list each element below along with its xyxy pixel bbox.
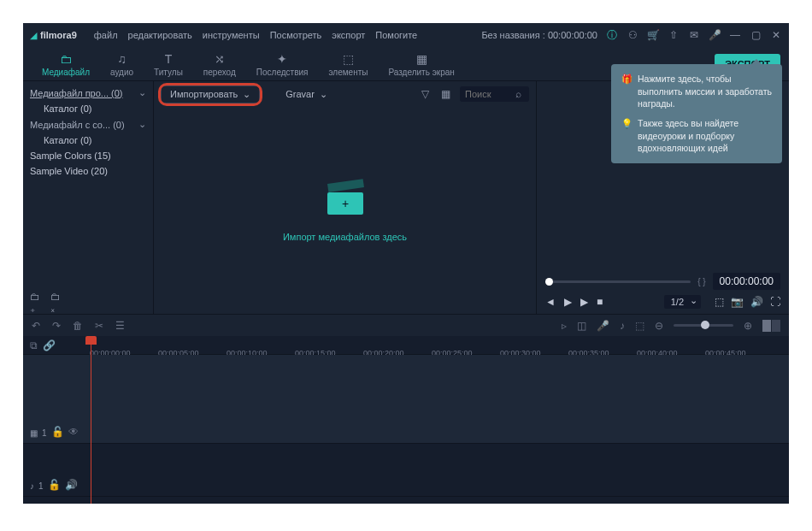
sidebar-item-project[interactable]: Медиафайл про... (0)⌄ [23, 85, 153, 101]
tab-effects[interactable]: ✦Последствия [246, 50, 319, 77]
project-status: Без названия : 00:00:00:00 [481, 30, 597, 40]
audio-track-label: 1 [38, 481, 44, 491]
elements-icon: ⬚ [343, 52, 354, 66]
chevron-down-icon: ⌄ [320, 89, 327, 100]
eye-icon[interactable]: 👁 [68, 426, 79, 438]
scrub-handle[interactable] [545, 278, 553, 286]
speed-dropdown[interactable]: 1/2 [664, 295, 701, 309]
timeline-ruler[interactable]: ⧉ 🔗 00:00:00:00 00:00:05:00 00:00:10:00 … [23, 336, 789, 355]
sidebar-item-shared[interactable]: Медиафайл с со... (0)⌄ [23, 116, 153, 133]
user-icon[interactable]: ⚇ [627, 29, 638, 41]
cart-icon[interactable]: 🛒 [647, 29, 659, 41]
tab-elements[interactable]: ⬚элементы [318, 50, 378, 77]
delete-icon[interactable]: 🗑 [73, 320, 83, 332]
zoom-in-icon[interactable]: ⊕ [744, 320, 752, 332]
volume-icon[interactable]: 🔊 [750, 296, 763, 308]
svg-text:+: + [341, 197, 348, 210]
media-drop-zone[interactable]: + Импорт медиафайлов здесь [154, 107, 536, 314]
menu-edit[interactable]: редактировать [128, 30, 192, 40]
sidebar-item-colors[interactable]: Sample Colors (15) [23, 148, 153, 163]
media-sidebar: Медиафайл про... (0)⌄ Каталог (0) Медиаф… [23, 81, 153, 314]
snapshot-icon[interactable]: 📷 [731, 296, 744, 308]
app-logo: ◢ filmora9 [30, 30, 77, 41]
undo-icon[interactable]: ↶ [32, 320, 40, 332]
audio-icon[interactable]: ♪ [620, 320, 625, 332]
drop-text: Импорт медиафайлов здесь [283, 232, 407, 242]
minimize-icon[interactable]: — [729, 29, 741, 41]
cut-icon[interactable]: ✂ [95, 320, 103, 332]
tab-split[interactable]: ▦Разделить экран [378, 50, 464, 77]
speaker-icon[interactable]: 🔊 [65, 479, 78, 491]
logo-text: filmora9 [40, 30, 77, 40]
sidebar-item-catalog1[interactable]: Каталог (0) [23, 101, 153, 116]
link-icon[interactable]: 🔗 [43, 339, 56, 351]
zoom-slider[interactable] [674, 324, 733, 327]
delete-folder-icon[interactable]: 🗀ₓ [50, 297, 62, 309]
preview-scrubber[interactable] [545, 280, 691, 283]
import-button[interactable]: Импортировать⌄ [161, 86, 260, 103]
zoom-handle[interactable] [701, 321, 709, 329]
upload-icon[interactable]: ⇧ [668, 29, 680, 41]
tab-transition[interactable]: ⤭переход [193, 50, 246, 77]
marker-tool-icon[interactable]: ◫ [577, 320, 586, 332]
menu-export[interactable]: экспорт [332, 30, 365, 40]
search-icon[interactable]: ⌕ [512, 88, 524, 100]
sidebar-item-catalog2[interactable]: Каталог (0) [23, 133, 153, 148]
grid-icon[interactable]: ▦ [439, 88, 451, 100]
tooltip-line1: Нажмите здесь, чтобы выполнить миссии и … [638, 73, 772, 110]
menu-help[interactable]: Помогите [375, 30, 417, 40]
voice-icon[interactable]: 🎤 [597, 320, 609, 332]
tab-titles[interactable]: TТитулы [144, 50, 193, 77]
tab-audio[interactable]: ♫аудио [100, 50, 144, 77]
search-input[interactable] [465, 89, 512, 99]
menu-file[interactable]: файл [94, 30, 118, 40]
video-track[interactable]: ▦ 1 🔓 👁 [23, 355, 789, 444]
menu-tools[interactable]: инструменты [203, 30, 260, 40]
close-icon[interactable]: ✕ [770, 29, 782, 41]
redo-icon[interactable]: ↷ [52, 320, 61, 332]
media-content: Импортировать⌄ Gravar⌄ ▽ ▦ ⌕ + Импорт [153, 81, 536, 314]
chevron-down-icon: ⌄ [138, 87, 146, 98]
info-icon[interactable]: ⓘ [606, 29, 618, 41]
screen-icon[interactable]: ⬚ [715, 296, 724, 308]
audio-track-icon: ♪ [30, 481, 34, 491]
view-toggle[interactable] [762, 320, 780, 332]
mic-icon[interactable]: 🎤 [709, 29, 721, 41]
prev-frame-icon[interactable]: ◄ [545, 296, 556, 308]
list-icon[interactable]: ☰ [115, 320, 125, 332]
maximize-icon[interactable]: ▢ [750, 29, 762, 41]
search-box[interactable]: ⌕ [460, 86, 529, 102]
gravar-button[interactable]: Gravar⌄ [277, 86, 336, 103]
match-icon[interactable]: ⧉ [30, 339, 38, 351]
playhead[interactable] [91, 336, 91, 504]
audio-track[interactable]: ♪ 1 🔓 🔊 [23, 444, 789, 497]
fullscreen-icon[interactable]: ⛶ [770, 296, 780, 308]
render-icon[interactable]: ▹ [562, 320, 567, 332]
tab-media[interactable]: 🗀Медиафайл [32, 50, 100, 77]
crop-icon[interactable]: ⬚ [635, 320, 644, 332]
tooltip-line2: Также здесь вы найдете видеоуроки и подб… [638, 117, 772, 155]
next-frame-icon[interactable]: ▶ [580, 296, 588, 308]
menu-view[interactable]: Посмотреть [270, 30, 322, 40]
title-bar: ◢ filmora9 файл редактировать инструмент… [23, 23, 789, 47]
folder-icon: 🗀 [60, 52, 72, 66]
transition-icon: ⤭ [215, 52, 225, 66]
lock-icon[interactable]: 🔓 [51, 426, 64, 438]
play-icon[interactable]: ▶ [564, 296, 572, 308]
main-menu: файл редактировать инструменты Посмотрет… [94, 30, 417, 40]
timeline: ⧉ 🔗 00:00:00:00 00:00:05:00 00:00:10:00 … [23, 336, 789, 504]
svg-rect-1 [327, 179, 364, 192]
sidebar-item-video[interactable]: Sample Video (20) [23, 163, 153, 179]
mail-icon[interactable]: ✉ [688, 29, 700, 41]
clapper-icon: + [322, 179, 368, 218]
logo-icon: ◢ [30, 30, 37, 41]
filter-icon[interactable]: ▽ [419, 88, 431, 100]
info-tooltip: 🎁Нажмите здесь, чтобы выполнить миссии и… [611, 64, 782, 163]
effects-icon: ✦ [277, 52, 287, 66]
lock-icon[interactable]: 🔓 [48, 479, 61, 491]
stop-icon[interactable]: ■ [597, 296, 603, 308]
new-folder-icon[interactable]: 🗀₊ [30, 297, 42, 309]
zoom-out-icon[interactable]: ⊖ [655, 320, 663, 332]
video-track-label: 1 [42, 428, 47, 438]
timeline-toolbar: ↶ ↷ 🗑 ✂ ☰ ▹ ◫ 🎤 ♪ ⬚ ⊖ ⊕ [23, 314, 789, 336]
